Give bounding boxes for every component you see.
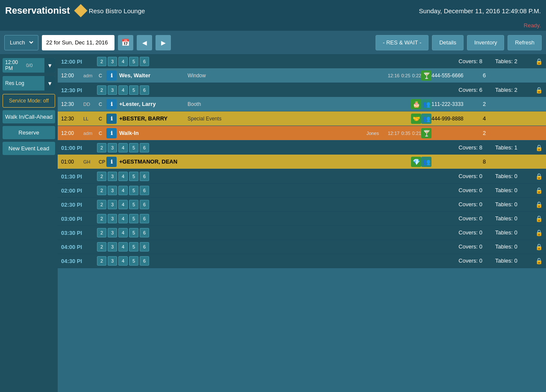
- info-icon[interactable]: ℹ: [106, 114, 117, 124]
- details-button[interactable]: Details: [432, 35, 464, 50]
- slot-btn[interactable]: 3: [108, 172, 117, 181]
- slot-btn[interactable]: 4: [118, 85, 128, 95]
- time-dropdown[interactable]: 12:00 PM 0/0 ▼: [3, 58, 55, 73]
- slot-btn[interactable]: 5: [129, 143, 138, 152]
- slot-btn[interactable]: 3: [108, 57, 117, 66]
- slot-btn[interactable]: 2: [97, 256, 106, 266]
- slot-btn[interactable]: 4: [118, 228, 128, 237]
- slot-btn[interactable]: 3: [108, 242, 117, 252]
- slot-btn[interactable]: 4: [118, 172, 128, 181]
- service-mode-button[interactable]: Service Mode: off: [3, 94, 55, 108]
- slot-btn[interactable]: 2: [97, 186, 106, 195]
- slot-btn[interactable]: 5: [129, 85, 138, 95]
- slot-btn[interactable]: 6: [140, 57, 149, 66]
- refresh-button[interactable]: Refresh: [508, 35, 542, 50]
- slot-btn[interactable]: 5: [129, 214, 138, 223]
- calendar-button[interactable]: 📅: [118, 35, 133, 50]
- reservation-row[interactable]: 01:00 GH CP ℹ +GESTMANOR, DEAN 💎 👥 8: [58, 155, 546, 169]
- reservation-row[interactable]: 12:00 adm C ℹ Wes, Walter Window 12:160:…: [58, 68, 546, 83]
- slot-btn[interactable]: 6: [140, 200, 149, 209]
- covers-count: Covers: 0: [458, 257, 482, 264]
- res-log-label: Res Log: [3, 80, 44, 86]
- slot-time: 03:30 PI: [61, 230, 95, 236]
- slot-btn[interactable]: 6: [140, 242, 149, 252]
- slot-time: 01:30 PI: [61, 173, 95, 180]
- slot-btn[interactable]: 4: [118, 200, 128, 209]
- slot-btn[interactable]: 5: [129, 186, 138, 195]
- reservation-row[interactable]: 12:00 adm C ℹ Walk-In Jones 12:170:350:2…: [58, 126, 546, 140]
- time-section: 03:30 PI23456Covers: 0Tables: 0🔒: [58, 226, 546, 240]
- slot-btn[interactable]: 4: [118, 242, 128, 252]
- time-slot-header: 04:00 PI23456Covers: 0Tables: 0🔒: [58, 240, 546, 254]
- slot-btn[interactable]: 6: [140, 214, 149, 223]
- tables-count: Tables: 0: [495, 215, 517, 222]
- meal-period-dropdown[interactable]: Lunch Dinner Brunch: [4, 35, 38, 50]
- reserve-button[interactable]: Reserve: [3, 126, 55, 139]
- slot-btn[interactable]: 5: [129, 200, 138, 209]
- slot-btn[interactable]: 5: [129, 57, 138, 66]
- res-status: C: [99, 116, 106, 121]
- slot-btn[interactable]: 6: [140, 85, 149, 95]
- header: Reservationist Reso Bistro Lounge Sunday…: [0, 0, 546, 21]
- slot-btn[interactable]: 4: [118, 214, 128, 223]
- count-label: 0/0: [23, 63, 44, 68]
- slot-btn[interactable]: 3: [108, 214, 117, 223]
- res-code: adm: [83, 131, 99, 136]
- slot-btn[interactable]: 4: [118, 186, 128, 195]
- slot-btn[interactable]: 6: [140, 143, 149, 152]
- res-code: DD: [83, 102, 99, 107]
- next-button[interactable]: ▶: [156, 35, 171, 50]
- time-dropdown-arrow[interactable]: ▼: [44, 58, 55, 73]
- slot-btn[interactable]: 4: [118, 256, 128, 266]
- info-icon[interactable]: ℹ: [106, 128, 117, 138]
- res-log-arrow[interactable]: ▼: [44, 76, 55, 91]
- slot-btn[interactable]: 2: [97, 228, 106, 237]
- covers-info: Covers: 0Tables: 0🔒: [458, 187, 543, 194]
- info-icon[interactable]: ℹ: [106, 157, 117, 167]
- slot-btn[interactable]: 6: [140, 256, 149, 266]
- slot-btn[interactable]: 2: [97, 57, 106, 66]
- slot-btn[interactable]: 3: [108, 200, 117, 209]
- reservation-row[interactable]: 12:30 LL C ℹ +BESTER, BARRY Special Even…: [58, 111, 546, 126]
- inventory-button[interactable]: Inventory: [467, 35, 504, 50]
- slot-btn[interactable]: 2: [97, 172, 106, 181]
- slot-btn[interactable]: 5: [129, 256, 138, 266]
- slot-btn[interactable]: 3: [108, 186, 117, 195]
- slot-btn[interactable]: 2: [97, 242, 106, 252]
- slot-btn[interactable]: 4: [118, 57, 128, 66]
- res-code: GH: [83, 159, 99, 164]
- slot-btn[interactable]: 2: [97, 85, 106, 95]
- res-log-dropdown[interactable]: Res Log ▼: [3, 76, 55, 91]
- walk-in-button[interactable]: Walk In/Call-Ahead: [3, 110, 55, 123]
- slot-btn[interactable]: 2: [97, 143, 106, 152]
- new-event-lead-button[interactable]: New Event Lead: [3, 142, 55, 155]
- res-name: +BESTER, BARRY: [119, 115, 188, 122]
- slot-btn[interactable]: 5: [129, 242, 138, 252]
- info-icon[interactable]: ℹ: [106, 99, 117, 109]
- slot-btn[interactable]: 5: [129, 228, 138, 237]
- prev-button[interactable]: ◀: [137, 35, 152, 50]
- reservation-row[interactable]: 12:30 DD C ℹ +Lester, Larry Booth 🎂 👥 11…: [58, 97, 546, 111]
- info-icon[interactable]: ℹ: [106, 70, 117, 81]
- slot-btn[interactable]: 2: [97, 214, 106, 223]
- res-status: CP: [99, 159, 106, 164]
- slot-time: 02:30 PI: [61, 202, 95, 208]
- slot-btn[interactable]: 3: [108, 143, 117, 152]
- res-timing: 12:170:350:21: [388, 131, 421, 136]
- diamond-icon: [74, 4, 87, 17]
- slot-btn[interactable]: 4: [118, 143, 128, 152]
- slot-btn[interactable]: 5: [129, 172, 138, 181]
- slot-btn[interactable]: 2: [97, 200, 106, 209]
- slot-btn[interactable]: 6: [140, 186, 149, 195]
- res-time: 12:30: [61, 101, 83, 107]
- slot-btn[interactable]: 6: [140, 172, 149, 181]
- meal-period-select[interactable]: Lunch Dinner Brunch: [8, 39, 35, 46]
- slot-btn[interactable]: 3: [108, 256, 117, 266]
- slot-btn[interactable]: 3: [108, 228, 117, 237]
- lock-icon: 🔒: [535, 257, 543, 264]
- slot-btn[interactable]: 6: [140, 228, 149, 237]
- res-covers: 8: [483, 158, 500, 165]
- res-wait-button[interactable]: - RES & WAIT -: [376, 35, 429, 50]
- res-phone: 444-555-6666: [432, 73, 483, 79]
- slot-btn[interactable]: 3: [108, 85, 117, 95]
